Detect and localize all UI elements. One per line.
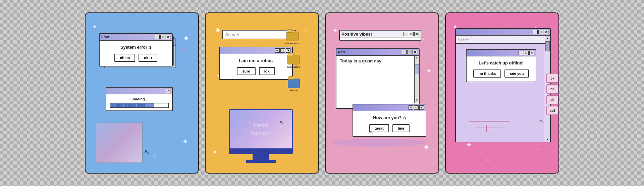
loading-body: Loading... [106, 94, 172, 110]
oh-no-button[interactable]: oh no [114, 54, 135, 62]
error-message: System error :( [104, 45, 167, 50]
connector-line [469, 121, 509, 122]
no-key[interactable]: no [546, 84, 558, 94]
documents-folder[interactable]: Documents [285, 32, 300, 45]
monitor: Hellohuman! [229, 109, 293, 163]
robot-buttons: sure idk [224, 67, 287, 75]
win-controls: ─ □ ✕ [404, 32, 419, 36]
note-title: Note [338, 50, 345, 54]
hello-text: Hellohuman! [250, 122, 272, 137]
sparkle-icon: ✦ [212, 148, 218, 156]
main-window: ─ □ ✕ Search... ▲ ▼ ─ [455, 28, 551, 142]
folder-label: Folder [290, 89, 298, 92]
ok-key[interactable]: ok [546, 74, 558, 83]
positive-titlebar: Positive vibes! ─ □ ✕ [340, 31, 421, 38]
minimize-btn[interactable]: ─ [533, 30, 538, 34]
sparkle-icon: ✧ [153, 154, 157, 159]
maximize-btn[interactable]: □ [409, 32, 414, 36]
progress-block [115, 104, 119, 107]
maximize-btn[interactable]: □ [160, 35, 165, 39]
monitor-stand [253, 154, 269, 160]
win-controls: ─ □ ✕ [402, 50, 417, 54]
minimize-btn[interactable]: ─ [519, 51, 523, 55]
sparkle-icon: ✧ [342, 157, 346, 163]
sparkle-icon: ✧ [536, 146, 540, 153]
progress-blocks [111, 104, 145, 107]
minimize-btn[interactable]: ─ [275, 48, 280, 53]
fine-button[interactable]: fine [392, 124, 410, 132]
progress-block [111, 104, 114, 107]
idk-button[interactable]: idk [259, 67, 275, 75]
sparkle-icon: ✧ [303, 27, 308, 35]
ctrl-key[interactable]: ctrl [546, 106, 558, 115]
close-btn[interactable]: ✕ [419, 105, 424, 110]
memories-folder[interactable]: Memories [287, 55, 300, 68]
see-you-button[interactable]: see you [504, 69, 529, 78]
progress-bar [110, 103, 169, 108]
minimize-btn[interactable]: ─ [409, 105, 413, 110]
close-btn[interactable]: ✕ [414, 32, 419, 36]
scroll-thumb[interactable] [415, 64, 419, 74]
error-title: Error [101, 35, 109, 39]
win-controls: ─ □ ✕ [275, 48, 290, 53]
monitor-stand-area [229, 154, 293, 160]
sparkle-icon: ✧ [421, 37, 425, 42]
blob-decoration [332, 139, 426, 147]
catchup-body: Let's catch up offline! no thanks see yo… [467, 56, 536, 82]
panel-pink-deep: ✦ ✦ ✦ ✧ ✧ ─ □ ✕ Search... ▲ ▼ [445, 12, 559, 174]
scroll-thumb[interactable] [545, 41, 550, 51]
robot-message: I am not a robot. [224, 58, 287, 63]
ok-button[interactable]: ok :) [139, 54, 157, 62]
close-btn[interactable]: ✕ [286, 48, 290, 53]
maximize-btn[interactable]: □ [538, 30, 543, 34]
monitor-screen: Hellohuman! [229, 109, 293, 149]
progress-block [137, 104, 141, 107]
maximize-btn[interactable]: □ [280, 48, 285, 53]
no-thanks-button[interactable]: no thanks [473, 69, 501, 78]
sure-button[interactable]: sure [237, 67, 255, 75]
positive-title: Positive vibes! [341, 32, 372, 37]
loading-titlebar: ✕ [106, 88, 172, 94]
scroll-up-icon[interactable]: ▲ [415, 56, 419, 59]
folder-icon[interactable]: Folder [288, 79, 300, 92]
close-btn[interactable]: ✕ [166, 89, 170, 93]
progress-block [128, 104, 132, 107]
minimize-btn[interactable]: ─ [404, 32, 408, 36]
close-btn[interactable]: ✕ [166, 35, 170, 39]
maximize-btn[interactable]: □ [414, 105, 419, 110]
progress-block [132, 104, 136, 107]
panel-pink-light: ✦ ✦ ✦ ✦ ✧ ✧ Positive vibes! ─ □ ✕ Note ─ [325, 12, 439, 174]
sparkle-icon: ✦ [182, 137, 188, 146]
how-dialog: ─ □ ✕ How are you? :) great fine [353, 104, 426, 137]
panels-container: ✦ ✦ ✦ ✦ ✧ Error ─ □ ✕ System error [78, 6, 566, 180]
scroll-down-icon[interactable]: ▼ [546, 138, 549, 141]
search-placeholder: Search... [225, 32, 286, 37]
sparkle-icon: ✦ [214, 25, 222, 36]
close-btn[interactable]: ✕ [544, 30, 548, 34]
inner-search-bar: Search... [456, 36, 545, 44]
how-body: How are you? :) great fine [353, 111, 426, 136]
win-controls: ─ □ ✕ [155, 35, 170, 39]
note-dialog: Note ─ □ ✕ Today is a great day! ▲ ▼ [336, 48, 420, 109]
minimize-btn[interactable]: ─ [402, 50, 407, 54]
note-text: Today is a great day! [340, 58, 416, 63]
robot-titlebar: ─ □ ✕ [220, 47, 292, 54]
main-titlebar: ─ □ ✕ [456, 29, 550, 36]
progress-fill [110, 103, 154, 107]
minimize-btn[interactable]: ─ [155, 35, 160, 39]
connector-line [483, 118, 483, 125]
maximize-btn[interactable]: □ [524, 51, 529, 55]
close-btn[interactable]: ✕ [413, 50, 417, 54]
gradient-decoration [96, 123, 143, 163]
maximize-btn[interactable]: □ [407, 50, 412, 54]
positive-dialog: Positive vibes! ─ □ ✕ [339, 30, 421, 41]
panel-blue: ✦ ✦ ✦ ✦ ✧ Error ─ □ ✕ System error [85, 12, 199, 174]
scroll-down-icon[interactable]: ▼ [415, 98, 419, 102]
close-btn[interactable]: ✕ [529, 51, 534, 55]
alt-key[interactable]: alt [546, 95, 558, 104]
how-titlebar: ─ □ ✕ [353, 104, 426, 111]
win-controls: ─ □ ✕ [409, 105, 424, 110]
scroll-up-icon[interactable]: ▲ [546, 37, 549, 40]
scrollbar-vertical[interactable]: ▲ ▼ [414, 56, 419, 103]
catchup-dialog: ─ □ ✕ Let's catch up offline! no thanks … [466, 49, 536, 82]
